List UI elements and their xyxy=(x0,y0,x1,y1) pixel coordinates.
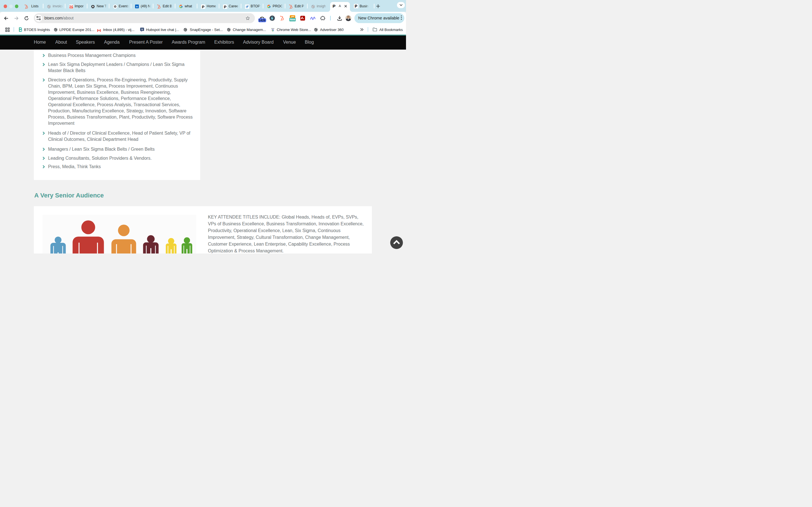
svg-text:P: P xyxy=(224,4,226,9)
svg-text:100+: 100+ xyxy=(70,6,73,8)
svg-text:P: P xyxy=(355,4,357,8)
svg-text:S: S xyxy=(141,28,143,31)
svg-text:in: in xyxy=(136,5,138,8)
svg-text:P: P xyxy=(202,4,204,9)
